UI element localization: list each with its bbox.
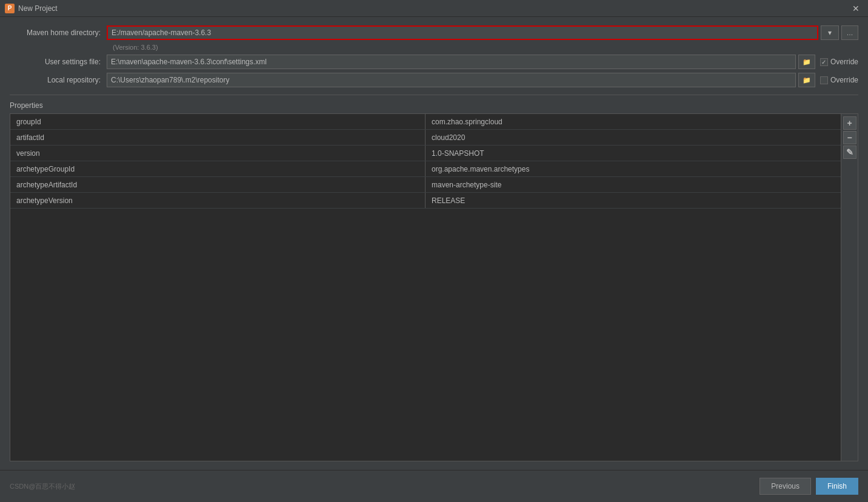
table-row: archetypeGroupId org.apache.maven.archet… bbox=[10, 161, 841, 177]
user-settings-input-wrapper: 📁 Override bbox=[107, 55, 858, 69]
divider bbox=[10, 95, 858, 95]
user-settings-input[interactable] bbox=[107, 55, 796, 69]
maven-home-input[interactable] bbox=[107, 25, 818, 40]
title-bar: P New Project ✕ bbox=[0, 0, 868, 17]
close-button[interactable]: ✕ bbox=[849, 2, 863, 15]
add-property-button[interactable]: + bbox=[843, 116, 856, 130]
prop-value-4: maven-archetype-site bbox=[426, 177, 841, 192]
user-settings-row: User settings file: 📁 Override bbox=[10, 55, 858, 69]
user-settings-override-checkbox[interactable] bbox=[820, 58, 828, 66]
prop-value-2: 1.0-SNAPSHOT bbox=[426, 146, 841, 161]
maven-version-text: (Version: 3.6.3) bbox=[113, 44, 858, 51]
prop-value-0: com.zhao.springcloud bbox=[426, 114, 841, 129]
prop-key-4: archetypeArtifactId bbox=[10, 177, 426, 192]
local-repo-row: Local repository: 📁 Override bbox=[10, 73, 858, 87]
new-project-window: P New Project ✕ Maven home directory: ▾ … bbox=[0, 0, 868, 502]
watermark-text: CSDN@百思不得小赵 bbox=[10, 482, 75, 491]
local-repo-browse-button[interactable]: 📁 bbox=[798, 73, 815, 87]
prop-key-2: version bbox=[10, 146, 426, 161]
prop-key-3: archetypeGroupId bbox=[10, 161, 426, 176]
maven-home-label: Maven home directory: bbox=[10, 28, 107, 37]
user-settings-browse-button[interactable]: 📁 bbox=[798, 55, 815, 69]
edit-property-button[interactable]: ✎ bbox=[843, 146, 856, 159]
table-row: archetypeArtifactId maven-archetype-site bbox=[10, 177, 841, 193]
local-repo-input-wrapper: 📁 Override bbox=[107, 73, 858, 87]
prop-value-3: org.apache.maven.archetypes bbox=[426, 161, 841, 176]
local-repo-input[interactable] bbox=[107, 73, 796, 87]
prop-value-1: cloud2020 bbox=[426, 130, 841, 145]
table-row: groupId com.zhao.springcloud bbox=[10, 114, 841, 130]
maven-home-row: Maven home directory: ▾ … bbox=[10, 25, 858, 40]
prop-key-1: artifactId bbox=[10, 130, 426, 145]
footer: CSDN@百思不得小赵 Previous Finish bbox=[0, 470, 868, 502]
main-content: Maven home directory: ▾ … (Version: 3.6.… bbox=[0, 17, 868, 470]
user-settings-override-label: Override bbox=[830, 58, 858, 66]
maven-home-browse-button[interactable]: … bbox=[841, 25, 858, 40]
table-row: version 1.0-SNAPSHOT bbox=[10, 146, 841, 161]
maven-home-dropdown-button[interactable]: ▾ bbox=[821, 25, 839, 40]
properties-sidebar: + − ✎ bbox=[841, 114, 858, 461]
finish-button[interactable]: Finish bbox=[816, 478, 858, 495]
prop-key-0: groupId bbox=[10, 114, 426, 129]
maven-home-input-wrapper: ▾ … bbox=[107, 25, 858, 40]
table-row: artifactId cloud2020 bbox=[10, 130, 841, 146]
prop-value-5: RELEASE bbox=[426, 193, 841, 208]
properties-table: groupId com.zhao.springcloud artifactId … bbox=[10, 114, 841, 461]
user-settings-label: User settings file: bbox=[10, 58, 107, 66]
local-repo-override-checkbox[interactable] bbox=[820, 76, 828, 84]
local-repo-override-label: Override bbox=[830, 76, 858, 84]
previous-button[interactable]: Previous bbox=[760, 478, 811, 495]
user-settings-override-wrapper: Override bbox=[820, 58, 858, 66]
window-title: New Project bbox=[18, 4, 849, 13]
properties-container: groupId com.zhao.springcloud artifactId … bbox=[10, 113, 858, 461]
properties-section-title: Properties bbox=[10, 101, 858, 110]
local-repo-label: Local repository: bbox=[10, 76, 107, 84]
table-row: archetypeVersion RELEASE bbox=[10, 193, 841, 209]
local-repo-override-wrapper: Override bbox=[820, 76, 858, 84]
app-icon: P bbox=[5, 4, 15, 13]
remove-property-button[interactable]: − bbox=[843, 131, 856, 144]
prop-key-5: archetypeVersion bbox=[10, 193, 426, 208]
